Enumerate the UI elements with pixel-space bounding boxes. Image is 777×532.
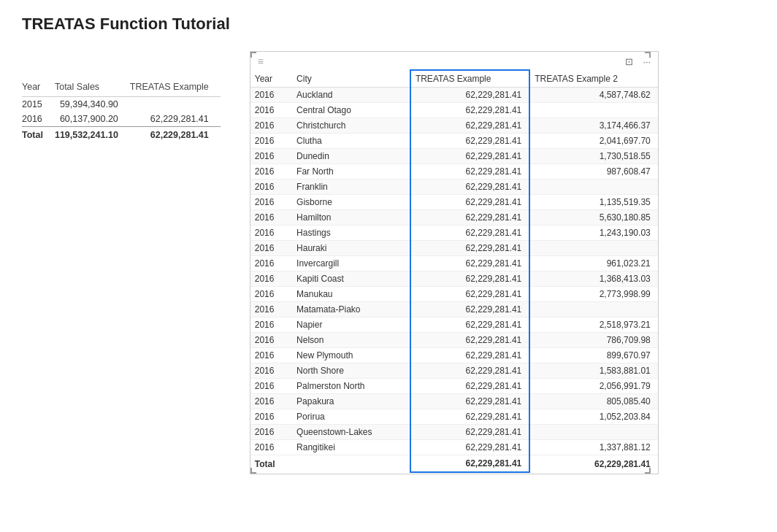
right-cell-treatas2 (529, 425, 657, 440)
right-cell-treatas2: 1,730,518.55 (529, 149, 657, 164)
content-area: Year Total Sales TREATAS Example 2015 59… (22, 51, 755, 474)
visual-header: ≡ ⊡ ··· (250, 52, 658, 69)
right-cell-treatas: 62,229,281.41 (410, 149, 529, 164)
right-table-row: 2016 North Shore 62,229,281.41 1,583,881… (250, 363, 658, 379)
right-cell-treatas: 62,229,281.41 (410, 271, 529, 287)
right-cell-city: Invercargill (292, 256, 410, 271)
right-cell-city: Christchurch (292, 118, 410, 134)
right-cell-year: 2016 (250, 379, 292, 394)
right-table-row: 2016 Gisborne 62,229,281.41 1,135,519.35 (250, 195, 658, 210)
right-cell-treatas2: 2,041,697.70 (529, 134, 657, 149)
right-col-city: City (292, 70, 410, 88)
right-cell-city: Rangitikei (292, 440, 410, 455)
right-table-row: 2016 Clutha 62,229,281.41 2,041,697.70 (250, 134, 658, 149)
right-cell-year: 2016 (250, 149, 292, 164)
left-col-year: Year (22, 80, 55, 97)
right-table-row: 2016 Christchurch 62,229,281.41 3,174,46… (250, 118, 658, 134)
right-cell-city: Palmerston North (292, 379, 410, 394)
right-cell-city: Hamilton (292, 210, 410, 225)
right-cell-city: Nelson (292, 333, 410, 348)
right-cell-city: Hauraki (292, 241, 410, 256)
right-table-row: 2016 Central Otago 62,229,281.41 (250, 103, 658, 118)
right-table-row: 2016 Hauraki 62,229,281.41 (250, 241, 658, 256)
right-table-row: 2016 Palmerston North 62,229,281.41 2,05… (250, 379, 658, 394)
right-cell-year: 2016 (250, 88, 292, 103)
right-cell-treatas: 62,229,281.41 (410, 88, 529, 103)
right-table-row: 2016 Hastings 62,229,281.41 1,243,190.03 (250, 225, 658, 241)
right-cell-treatas2: 1,135,519.35 (529, 195, 657, 210)
left-table-row: 2016 60,137,900.20 62,229,281.41 (22, 112, 221, 127)
right-table-row: 2016 New Plymouth 62,229,281.41 899,670.… (250, 348, 658, 363)
right-col-treatas: TREATAS Example (410, 70, 529, 88)
right-cell-treatas: 62,229,281.41 (410, 180, 529, 195)
right-cell-treatas2 (529, 103, 657, 118)
right-cell-treatas2: 2,518,973.21 (529, 317, 657, 333)
right-cell-city: Napier (292, 317, 410, 333)
right-cell-year: 2016 (250, 164, 292, 180)
right-cell-treatas2: 1,583,881.01 (529, 363, 657, 379)
right-cell-year: 2016 (250, 348, 292, 363)
corner-tl (250, 52, 256, 58)
right-cell-treatas: 62,229,281.41 (410, 302, 529, 317)
right-col-treatas2: TREATAS Example 2 (529, 70, 657, 88)
right-cell-treatas2: 4,587,748.62 (529, 88, 657, 103)
right-cell-treatas: 62,229,281.41 (410, 210, 529, 225)
expand-icon[interactable]: ⊡ (623, 55, 636, 68)
right-table-row: 2016 Napier 62,229,281.41 2,518,973.21 (250, 317, 658, 333)
right-table-row: 2016 Auckland 62,229,281.41 4,587,748.62 (250, 88, 658, 103)
right-cell-year: 2016 (250, 271, 292, 287)
right-cell-year: 2016 (250, 287, 292, 302)
right-cell-city: Porirua (292, 409, 410, 425)
right-cell-treatas2: 786,709.98 (529, 333, 657, 348)
right-cell-year: 2016 (250, 333, 292, 348)
right-cell-city: Hastings (292, 225, 410, 241)
right-cell-city: Dunedin (292, 149, 410, 164)
left-total-label: Total (22, 127, 55, 143)
right-cell-treatas2 (529, 241, 657, 256)
left-cell-year: 2015 (22, 97, 55, 112)
right-table-row: 2016 Matamata-Piako 62,229,281.41 (250, 302, 658, 317)
right-cell-treatas2: 899,670.97 (529, 348, 657, 363)
right-cell-city: Far North (292, 164, 410, 180)
right-cell-treatas: 62,229,281.41 (410, 195, 529, 210)
right-table-row: 2016 Franklin 62,229,281.41 (250, 180, 658, 195)
left-total-treatas: 62,229,281.41 (130, 127, 221, 143)
right-cell-treatas2: 2,773,998.99 (529, 287, 657, 302)
right-table-row: 2016 Dunedin 62,229,281.41 1,730,518.55 (250, 149, 658, 164)
left-cell-treatas: 62,229,281.41 (130, 112, 221, 127)
right-cell-year: 2016 (250, 241, 292, 256)
right-visual-container: ≡ ⊡ ··· Year City TREATAS Example TREATA… (250, 51, 659, 474)
right-table-scroll[interactable]: Year City TREATAS Example TREATAS Exampl… (250, 69, 658, 473)
right-cell-treatas2: 1,368,413.03 (529, 271, 657, 287)
right-cell-treatas: 62,229,281.41 (410, 164, 529, 180)
right-cell-treatas: 62,229,281.41 (410, 118, 529, 134)
right-cell-year: 2016 (250, 363, 292, 379)
right-cell-year: 2016 (250, 103, 292, 118)
right-cell-treatas: 62,229,281.41 (410, 241, 529, 256)
right-total-treatas2: 62,229,281.41 (529, 455, 657, 473)
right-cell-treatas: 62,229,281.41 (410, 440, 529, 455)
left-col-treatas: TREATAS Example (130, 80, 221, 97)
right-cell-city: Clutha (292, 134, 410, 149)
right-total-treatas: 62,229,281.41 (410, 455, 529, 473)
right-cell-city: Kapiti Coast (292, 271, 410, 287)
right-cell-year: 2016 (250, 225, 292, 241)
right-cell-treatas2: 805,085.40 (529, 394, 657, 409)
right-cell-city: Manukau (292, 287, 410, 302)
right-cell-treatas2: 5,630,180.85 (529, 210, 657, 225)
right-cell-year: 2016 (250, 195, 292, 210)
right-cell-city: Franklin (292, 180, 410, 195)
right-cell-treatas: 62,229,281.41 (410, 103, 529, 118)
right-table-row: 2016 Queenstown-Lakes 62,229,281.41 (250, 425, 658, 440)
right-cell-treatas: 62,229,281.41 (410, 425, 529, 440)
right-cell-year: 2016 (250, 425, 292, 440)
right-cell-treatas2: 1,052,203.84 (529, 409, 657, 425)
right-cell-treatas: 62,229,281.41 (410, 287, 529, 302)
right-table-row: 2016 Rangitikei 62,229,281.41 1,337,881.… (250, 440, 658, 455)
right-cell-year: 2016 (250, 409, 292, 425)
right-table-row: 2016 Hamilton 62,229,281.41 5,630,180.85 (250, 210, 658, 225)
right-table-row: 2016 Kapiti Coast 62,229,281.41 1,368,41… (250, 271, 658, 287)
right-cell-treatas: 62,229,281.41 (410, 409, 529, 425)
page-title: TREATAS Function Tutorial (22, 15, 755, 34)
right-cell-treatas: 62,229,281.41 (410, 348, 529, 363)
